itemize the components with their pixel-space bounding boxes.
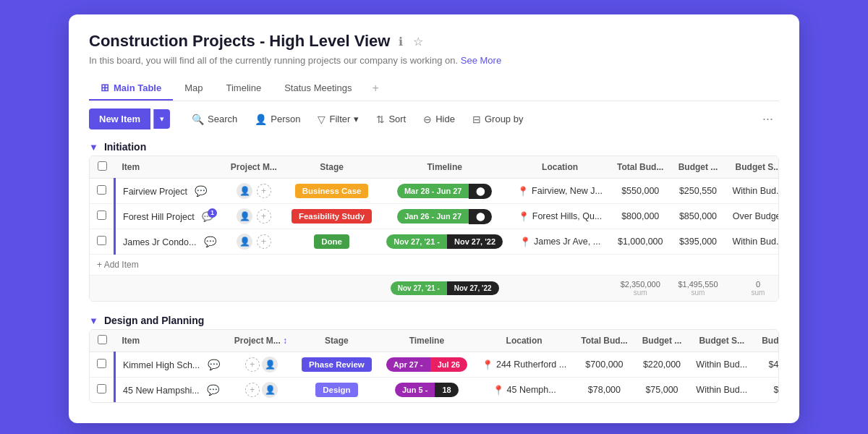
info-icon[interactable]: ℹ	[397, 33, 404, 50]
timeline-left: Mar 28 - Jun 27	[397, 184, 469, 198]
location-cell: 📍 James Jr Ave, ...	[510, 229, 610, 255]
header-budget2: Budget ...	[671, 156, 725, 179]
table-row: Kimmel High Sch... 💬 + 👤 Phase Review	[90, 352, 779, 378]
filter-button[interactable]: ▽ Filter ▾	[310, 109, 366, 129]
header-total-budget: Total Bud...	[610, 156, 671, 179]
new-item-button[interactable]: New Item	[89, 109, 150, 129]
location-pin-icon: 📍	[519, 237, 531, 247]
project-manager-cell: 👤 +	[224, 204, 284, 229]
row-checkbox[interactable]	[97, 210, 106, 220]
search-button[interactable]: 🔍 Search	[184, 109, 244, 129]
item-name: Kimmel High Sch... 💬	[115, 352, 227, 378]
section-design-planning: ▼ Design and Planning Item Project M... …	[89, 310, 779, 403]
budget-status-cell: Within Bud...	[726, 179, 779, 204]
section-design-title: Design and Planning	[104, 315, 204, 326]
star-icon[interactable]: ☆	[412, 33, 425, 50]
add-person-button[interactable]: +	[257, 184, 271, 198]
row-checkbox[interactable]	[97, 359, 106, 368]
timeline-right: ⬤	[469, 184, 492, 199]
group-icon: ⊟	[472, 114, 481, 125]
location-pin-icon: 📍	[517, 186, 529, 197]
chat-icon[interactable]: 💬	[208, 359, 220, 370]
header-project-manager: Project M...	[224, 156, 284, 179]
page-title: Construction Projects - High Level View	[89, 32, 390, 51]
sort-icon: ⇅	[376, 114, 385, 125]
section-design-chevron[interactable]: ▼	[89, 315, 98, 326]
chat-icon[interactable]: 💬	[207, 384, 219, 396]
budget2-cell: $250,550	[671, 179, 725, 204]
group-by-button[interactable]: ⊟ Group by	[465, 109, 530, 129]
project-manager-cell: + 👤	[227, 352, 294, 378]
location-pin-icon: 📍	[493, 385, 504, 396]
budget-status-cell: Within Bud...	[689, 378, 754, 403]
summary-total-budget: $2,350,000 sum	[610, 276, 671, 302]
header-location: Location	[475, 330, 574, 352]
add-person-button[interactable]: +	[245, 383, 260, 397]
header-total-budget: Total Bud...	[574, 330, 634, 352]
add-item-row[interactable]: + Add Item	[90, 255, 779, 276]
item-name: James Jr Condo... 💬	[115, 229, 224, 255]
hide-button[interactable]: ⊖ Hide	[416, 109, 462, 129]
budget2-cell: $220,000	[635, 352, 689, 378]
person-avatar[interactable]: 👤	[237, 183, 252, 199]
timeline-cell: Mar 28 - Jun 27 ⬤	[379, 179, 510, 204]
header-checkbox[interactable]	[98, 161, 107, 171]
budget2-cell: $850,000	[671, 204, 725, 229]
section-initiation-chevron[interactable]: ▼	[89, 142, 98, 153]
add-person-button[interactable]: +	[257, 234, 271, 249]
person-avatar[interactable]: 👤	[262, 382, 278, 398]
add-item-cell[interactable]: + Add Item	[90, 255, 779, 276]
person-icon: 👤	[255, 114, 267, 125]
header-description: In this board, you will find all of the …	[89, 55, 779, 66]
project-manager-cell: 👤 +	[224, 229, 284, 255]
timeline-left: Apr 27 -	[386, 357, 430, 372]
new-item-dropdown-button[interactable]: ▾	[153, 109, 170, 129]
person-avatar[interactable]: 👤	[262, 357, 278, 373]
initiation-table: Item Project M... Stage Timeline Locatio…	[90, 156, 779, 301]
section-initiation-title: Initiation	[104, 141, 146, 153]
more-options-button[interactable]: ···	[757, 109, 779, 129]
chat-icon[interactable]: 💬	[204, 236, 216, 247]
person-avatar[interactable]: 👤	[237, 208, 252, 224]
header-budget2: Budget ...	[635, 330, 689, 352]
total-budget-cell: $700,000	[574, 352, 634, 378]
header-item: Item	[115, 330, 227, 352]
sort-button[interactable]: ⇅ Sort	[369, 109, 413, 129]
summary-timeline: Nov 27, '21 - Nov 27, '22	[379, 276, 510, 302]
budget2-cell: $75,000	[635, 378, 689, 403]
see-more-link[interactable]: See More	[461, 55, 501, 66]
header-checkbox[interactable]	[98, 335, 107, 344]
item-name: 45 New Hampshi... 💬	[115, 378, 227, 403]
timeline-right: 18	[435, 383, 458, 397]
tab-map[interactable]: Map	[173, 77, 214, 101]
section-initiation: ▼ Initiation Item Project M... Stage Tim…	[89, 137, 779, 302]
person-button[interactable]: 👤 Person	[247, 109, 307, 129]
tab-timeline[interactable]: Timeline	[215, 77, 273, 101]
timeline-left: Nov 27, '21 -	[386, 234, 447, 249]
timeline-pill: Nov 27, '21 - Nov 27, '22	[386, 234, 503, 249]
tab-status-meetings[interactable]: Status Meetings	[273, 77, 363, 101]
header-project-manager: Project M... ↕	[227, 330, 294, 352]
person-avatar[interactable]: 👤	[237, 234, 252, 250]
location-cell: 📍 45 Nemph...	[475, 378, 574, 403]
stage-cell: Business Case	[284, 179, 379, 204]
timeline-left: Jun 5 -	[395, 383, 435, 397]
total-budget-cell: $1,000,000	[610, 229, 671, 255]
location-pin-icon: 📍	[482, 359, 493, 370]
add-tab-button[interactable]: +	[363, 76, 387, 101]
row-checkbox[interactable]	[97, 236, 106, 245]
budget-gap-cell: $3,000	[754, 378, 779, 403]
timeline-right: Jul 26	[430, 357, 467, 372]
row-checkbox[interactable]	[97, 384, 106, 393]
header-stage: Stage	[294, 330, 379, 352]
row-checkbox[interactable]	[97, 185, 106, 195]
chat-icon[interactable]: 💬	[195, 185, 207, 197]
chat-icon-with-badge[interactable]: 💬1	[202, 211, 213, 222]
add-person-button[interactable]: +	[245, 357, 260, 372]
budget2-cell: $395,000	[671, 229, 725, 255]
initiation-table-wrapper: Item Project M... Stage Timeline Locatio…	[89, 156, 779, 302]
stage-badge: Done	[314, 234, 349, 249]
add-person-button[interactable]: +	[257, 209, 271, 224]
toolbar: New Item ▾ 🔍 Search 👤 Person ▽ Filter ▾ …	[89, 101, 779, 137]
tab-main-table[interactable]: ⊞ Main Table	[89, 76, 173, 101]
